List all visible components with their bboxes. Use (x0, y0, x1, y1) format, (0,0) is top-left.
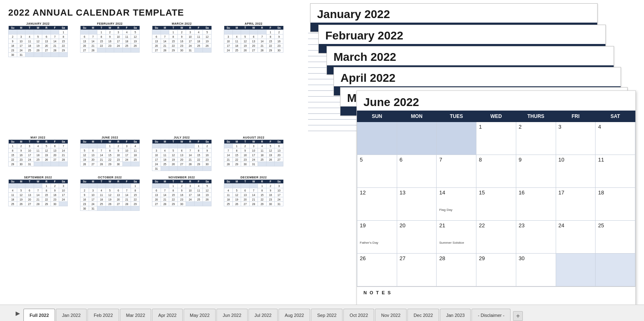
june-cell: 24 (556, 221, 596, 254)
june-week-3: 12 13 14Flag Day 15 16 17 18 (357, 188, 635, 221)
tab-nov-2022[interactable]: Nov 2022 (375, 309, 407, 321)
june-cell: 25 (596, 221, 635, 254)
mini-cal-dec: DECEMBER 2022 SuMTWRFSa 123 45678910 111… (224, 176, 283, 211)
mini-cal-jun-title: JUNE 2022 (80, 136, 140, 139)
tab-add-button[interactable]: + (513, 311, 523, 321)
june-cell: 26 (357, 254, 397, 286)
mini-cal-nov: NOVEMBER 2022 SuMTWRFSa 12345 6789101112… (152, 176, 212, 211)
mini-cal-mar-title: MARCH 2022 (152, 22, 212, 25)
mini-cal-dec-table: SuMTWRFSa 123 45678910 11121314151617 18… (224, 180, 283, 206)
june-header-tue: TUES (437, 111, 476, 122)
tab-jul-2022[interactable]: Jul 2022 (248, 309, 278, 321)
mini-cal-feb: FEBRUARY 2022 SuMTWRFSa 12345 6789101112… (80, 22, 140, 131)
mini-cal-jan-title: JANUARY 2022 (8, 22, 68, 25)
mini-cal-apr: APRIL 2022 SuMTWRFSa 12 3456789 10111213… (224, 22, 283, 131)
june-cell: 5 (357, 155, 397, 188)
june-cell: 21Summer Solstice (437, 221, 476, 254)
tab-jan-2022[interactable]: Jan 2022 (56, 309, 87, 321)
june-cell (397, 122, 437, 155)
june-cell: 7 (437, 155, 476, 188)
tab-disclaimer[interactable]: - Disclaimer - (472, 309, 511, 321)
mini-cal-nov-title: NOVEMBER 2022 (152, 176, 212, 179)
june-cell: 13 (397, 188, 437, 221)
mini-cal-jun: JUNE 2022 SuMTWRFSa 1234 567891011 12131… (80, 136, 140, 171)
mini-cal-apr-table: SuMTWRFSa 12 3456789 10111213141516 1718… (224, 26, 283, 53)
june-cell (357, 122, 397, 155)
tab-bar-inner: ▶ Full 2022 Jan 2022 Feb 2022 Mar 2022 A… (0, 305, 523, 321)
tab-may-2022[interactable]: May 2022 (184, 309, 216, 321)
june-week-5: 26 27 28 29 30 (357, 254, 635, 286)
mini-cal-aug-table: SuMTWRFSa 123456 78910111213 14151617181… (224, 140, 283, 166)
tab-mar-2022[interactable]: Mar 2022 (120, 309, 151, 321)
june-header-sat: SAT (596, 111, 635, 122)
june-header-fri: FRI (556, 111, 596, 122)
june-cell: 23 (516, 221, 556, 254)
stack-title-mar: March 2022 (327, 46, 614, 65)
june-week-2: 5 6 7 8 9 10 11 (357, 155, 635, 188)
tab-oct-2022[interactable]: Oct 2022 (343, 309, 374, 321)
mini-cal-may-table: SuMTWRFSa 1234567 891011121314 151617181… (8, 140, 68, 166)
mini-cal-mar: MARCH 2022 SuMTWRFSa 12345 6789101112 13… (152, 22, 212, 131)
tab-full-2022[interactable]: Full 2022 (23, 309, 55, 321)
mini-cal-jan-table: SuMTWRFSa 1 2345678 9101112131415 161718… (8, 26, 68, 57)
tab-nav-left[interactable]: ▶ (12, 305, 23, 321)
mini-cal-sep-table: SuMTWRFSa 123 45678910 11121314151617 18… (8, 180, 68, 206)
june-cell: 29 (476, 254, 516, 286)
june-cell: 14Flag Day (437, 188, 476, 221)
mini-cal-feb-title: FEBRUARY 2022 (80, 22, 140, 25)
mini-cal-dec-title: DECEMBER 2022 (224, 176, 283, 179)
mini-cal-jul-title: JULY 2022 (152, 136, 212, 139)
tab-jan-2023[interactable]: Jan 2023 (440, 309, 471, 321)
tab-apr-2022[interactable]: Apr 2022 (152, 309, 183, 321)
mini-cal-feb-table: SuMTWRFSa 12345 6789101112 1314151617181… (80, 26, 140, 53)
june-cell: 19Father's Day (357, 221, 397, 254)
june-cell: 10 (556, 155, 596, 188)
june-notes-label: N O T E S (357, 286, 635, 305)
june-header-thu: THURS (516, 111, 556, 122)
mini-cal-oct-title: OCTOBER 2022 (80, 176, 140, 179)
june-header-sun: SUN (357, 111, 397, 122)
june-cell: 11 (596, 155, 635, 188)
june-cell: 27 (397, 254, 437, 286)
mini-cal-apr-title: APRIL 2022 (224, 22, 283, 25)
june-cell: 4 (596, 122, 635, 155)
tab-sep-2022[interactable]: Sep 2022 (311, 309, 343, 321)
june-cell: 8 (476, 155, 516, 188)
mini-cal-jul: JULY 2022 SuMTWRFSa 12 3456789 101112131… (152, 136, 212, 171)
june-cell: 1 (476, 122, 516, 155)
june-header-wed: WED (476, 111, 516, 122)
mini-cal-aug-title: AUGUST 2022 (224, 136, 283, 139)
tab-jun-2022[interactable]: Jun 2022 (216, 309, 247, 321)
june-cell: 30 (516, 254, 556, 286)
june-cell: 22 (476, 221, 516, 254)
mini-cal-sep: SEPTEMBER 2022 SuMTWRFSa 123 45678910 11… (8, 176, 68, 211)
tab-feb-2022[interactable]: Feb 2022 (87, 309, 119, 321)
june-large-calendar: June 2022 SUN MON TUES WED THURS FRI SAT (356, 90, 636, 305)
spreadsheet-area: 2022 ANNUAL CALENDAR TEMPLATE JANUARY 20… (0, 0, 644, 305)
june-cell: 17 (556, 188, 596, 221)
mini-cal-oct-table: SuMTWRFSa 1 2345678 9101112131415 161718… (80, 180, 140, 211)
tab-dec-2022[interactable]: Dec 2022 (407, 309, 439, 321)
june-cell: 18 (596, 188, 635, 221)
june-header-mon: MON (397, 111, 437, 122)
june-large-table: SUN MON TUES WED THURS FRI SAT 1 2 3 (357, 111, 635, 286)
mini-cal-may-title: MAY 2022 (8, 136, 68, 139)
stack-title-feb: February 2022 (319, 25, 605, 44)
mini-cal-jun-table: SuMTWRFSa 1234 567891011 12131415161718 … (80, 140, 140, 166)
june-cell: 6 (397, 155, 437, 188)
june-cell: 12 (357, 188, 397, 221)
mini-cal-may: MAY 2022 SuMTWRFSa 1234567 891011121314 … (8, 136, 68, 171)
june-cell: 2 (516, 122, 556, 155)
mini-cal-jan: JANUARY 2022 SuMTWRFSa 1 2345678 9101112… (8, 22, 68, 131)
mini-cal-jul-table: SuMTWRFSa 12 3456789 10111213141516 1718… (152, 140, 212, 171)
mini-cal-mar-table: SuMTWRFSa 12345 6789101112 1314151617181… (152, 26, 212, 53)
june-week-4: 19Father's Day 20 21Summer Solstice 22 2… (357, 221, 635, 254)
june-week-1: 1 2 3 4 (357, 122, 635, 155)
tab-aug-2022[interactable]: Aug 2022 (278, 309, 310, 321)
june-cell: 28 (437, 254, 476, 286)
june-cell (437, 122, 476, 155)
june-cell: 16 (516, 188, 556, 221)
stack-title-jan: January 2022 (310, 4, 597, 23)
stack-title-apr: April 2022 (334, 67, 621, 86)
june-cell: 3 (556, 122, 596, 155)
